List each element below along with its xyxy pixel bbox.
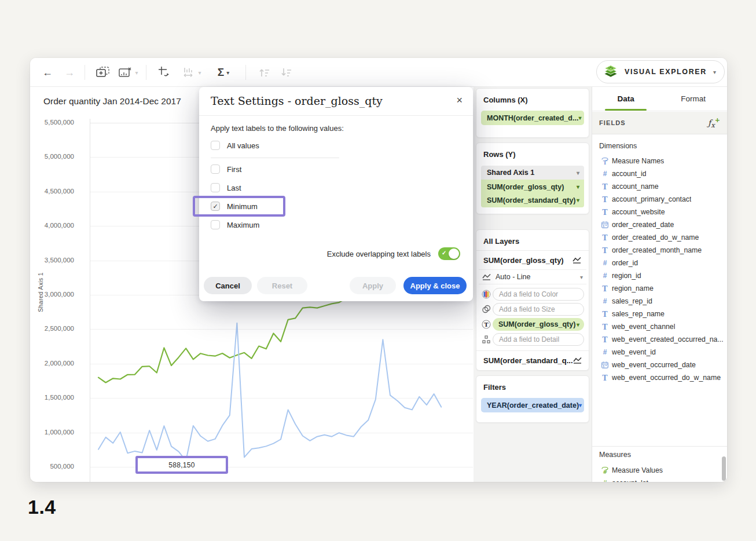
option-row-all-values[interactable]: All values (211, 136, 259, 155)
layer-field-shelves: Add a field to ColorAdd a field to SizeT… (476, 287, 589, 347)
fields-header: FIELDS (599, 119, 708, 126)
sidebar-tabs: Data Format (592, 87, 727, 111)
filter-pill-label: YEAR(order_created_date) (487, 401, 579, 410)
mark-type-dropdown[interactable]: Auto - Line ▾ (479, 269, 586, 284)
y-axis-tick-label: 1,000,000 (34, 429, 74, 436)
dimension-item[interactable]: #account_id (599, 167, 723, 180)
visual-explorer-logo-icon (603, 64, 619, 80)
shared-axis-row[interactable]: Shared Axis 1 ▾ (481, 166, 584, 180)
checkbox[interactable] (211, 141, 220, 150)
svg-text:T: T (603, 160, 607, 166)
detail-icon (480, 335, 493, 343)
shared-axis-label: Shared Axis 1 (487, 169, 534, 177)
field-drop-input[interactable]: Add a field to Size (493, 303, 584, 316)
dimension-item[interactable]: Tweb_event_channel (599, 320, 723, 333)
field-drop-input[interactable]: Add a field to Color (493, 288, 584, 301)
option-row-maximum[interactable]: Maximum (211, 215, 259, 234)
option-label: Maximum (227, 221, 259, 229)
columns-pill[interactable]: MONTH(order_created_d... ▾ (481, 111, 584, 125)
dimension-item[interactable]: Taccount_name (599, 180, 723, 193)
checkbox[interactable] (211, 220, 220, 229)
sidebar-scrollbar[interactable] (722, 456, 726, 481)
filters-title: Filters (476, 376, 589, 392)
dimension-label: order_id (612, 259, 638, 267)
color-icon (480, 290, 493, 299)
layer-field-row: Add a field to Size (476, 302, 589, 317)
dimension-item[interactable]: Tregion_name (599, 282, 723, 295)
checkbox[interactable] (211, 165, 220, 174)
dimension-item[interactable]: TMeasure Names (599, 155, 723, 167)
dimension-item[interactable]: Tweb_event_occurred_do_w_name (599, 371, 723, 384)
tab-format[interactable]: Format (660, 87, 728, 111)
text-field-pill[interactable]: SUM(order_gloss_qty)▾ (493, 318, 584, 331)
text-icon: T (480, 320, 493, 329)
dimension-label: web_event_id (612, 348, 656, 356)
minimum-value-label-highlight: 588,150 (135, 456, 228, 474)
field-drop-input[interactable]: Add a field to Detail (493, 333, 584, 346)
measure-item[interactable]: #Measure Values (599, 464, 723, 477)
cancel-button[interactable]: Cancel (204, 277, 252, 294)
tab-data[interactable]: Data (592, 87, 660, 111)
dimension-item[interactable]: Taccount_primary_contact (599, 193, 723, 206)
dialog-intro-text: Apply text labels to the following value… (211, 124, 344, 133)
layer-gloss-label: SUM(order_gloss_qty) (483, 256, 564, 265)
columns-title: Columns (X) (476, 89, 589, 104)
filters-panel: Filters YEAR(order_created_date) ▾ (476, 375, 589, 423)
rows-pill[interactable]: SUM(order_standard_qty)▾ (481, 193, 584, 207)
dimension-item[interactable]: order_created_date (599, 218, 723, 231)
line-mark-icon (573, 357, 582, 364)
rows-pill-label: SUM(order_standard_qty) (487, 196, 576, 204)
add-calculated-field-button[interactable]: ƒx+ (708, 116, 720, 129)
dimension-item[interactable]: Tweb_event_created_occurred_na... (599, 333, 723, 346)
option-row-last[interactable]: Last (211, 178, 241, 197)
size-icon (480, 305, 493, 314)
y-axis-title: Shared Axis 1 (37, 272, 45, 312)
text-icon: T (599, 374, 611, 382)
checkbox[interactable] (211, 183, 220, 192)
dimension-item[interactable]: #web_event_id (599, 346, 723, 359)
filter-pill[interactable]: YEAR(order_created_date) ▾ (481, 398, 584, 412)
close-icon: × (456, 94, 463, 106)
measure-names-icon: T (599, 157, 611, 165)
y-axis-tick-label: 2,500,000 (34, 325, 74, 332)
dimension-item[interactable]: web_event_occurred_date (599, 359, 723, 371)
page: ← → ▾ (0, 0, 756, 541)
apply-close-button[interactable]: Apply & close (403, 277, 467, 294)
back-button[interactable]: ← (37, 58, 58, 87)
dimension-item[interactable]: Torder_created_month_name (599, 244, 723, 257)
measures-section-title: Measures (599, 451, 631, 459)
visual-explorer-caret-icon: ▾ (713, 69, 716, 75)
rows-pill[interactable]: SUM(order_gloss_qty)▾ (481, 180, 584, 193)
dimension-item[interactable]: #order_id (599, 257, 723, 269)
number-icon: # (599, 259, 611, 267)
visual-explorer-menu[interactable]: VISUAL EXPLORER ▾ (596, 60, 725, 83)
close-button[interactable]: × (456, 94, 463, 107)
dimension-item[interactable]: Taccount_website (599, 206, 723, 218)
dimension-item[interactable]: Torder_created_do_w_name (599, 231, 723, 244)
layer-standard-row[interactable]: SUM(order_standard_q... (476, 351, 589, 370)
options-divider (211, 158, 339, 158)
rows-title: Rows (Y) (476, 143, 589, 159)
fields-header-bar: FIELDS ƒx+ (592, 112, 727, 134)
exclude-overlap-row: Exclude overlapping text labels ✓ (327, 247, 460, 260)
dimension-label: region_name (612, 284, 654, 293)
layer-field-row: Add a field to Color (476, 287, 589, 302)
dimension-item[interactable]: #sales_rep_id (599, 295, 723, 308)
layer-field-row: Add a field to Detail (476, 332, 589, 347)
measure-label: Measure Values (612, 466, 663, 474)
option-row-first[interactable]: First (211, 160, 241, 178)
measure-item[interactable]: #account_lat (599, 477, 723, 482)
rows-pill-label: SUM(order_gloss_qty) (487, 183, 564, 191)
date-icon (599, 361, 611, 368)
rows-pill-group: SUM(order_gloss_qty)▾SUM(order_standard_… (481, 180, 584, 207)
dimension-item[interactable]: Tsales_rep_name (599, 308, 723, 320)
dimension-label: order_created_date (612, 221, 674, 229)
dimension-item[interactable]: #region_id (599, 269, 723, 282)
exclude-overlap-toggle[interactable]: ✓ (438, 247, 460, 260)
layer-gloss-row[interactable]: SUM(order_gloss_qty) (476, 251, 589, 269)
text-settings-dialog: Text Settings - order_gloss_qty × Apply … (199, 87, 473, 301)
y-axis-tick-label: 3,500,000 (34, 257, 74, 264)
dimension-label: web_event_occurred_do_w_name (612, 374, 721, 382)
dimension-label: web_event_channel (612, 323, 675, 331)
dimension-label: account_id (612, 170, 646, 178)
